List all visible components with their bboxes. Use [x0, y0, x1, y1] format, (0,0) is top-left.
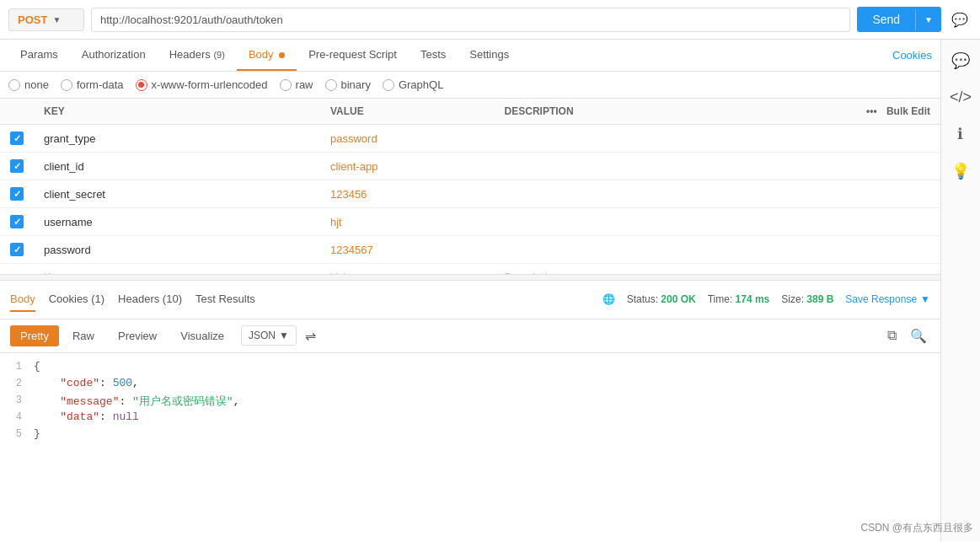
- radio-binary: [325, 79, 337, 91]
- desc-cell-3[interactable]: [495, 180, 724, 208]
- body-type-binary[interactable]: binary: [325, 78, 371, 91]
- desc-cell-5[interactable]: [495, 236, 724, 264]
- key-cell-3[interactable]: client_secret: [34, 180, 320, 208]
- tab-body[interactable]: Body: [237, 40, 297, 71]
- action-cell-2: [724, 153, 940, 180]
- row-checkbox-3[interactable]: [10, 187, 24, 201]
- key-cell-2[interactable]: client_id: [34, 153, 320, 180]
- value-cell-2[interactable]: client-app: [320, 153, 495, 180]
- code-editor[interactable]: 1 { 2 "code": 500, 3 "message": "用户名或密码错…: [0, 353, 940, 542]
- method-dropdown[interactable]: POST ▼: [8, 8, 84, 31]
- nav-tabs: Params Authorization Headers (9) Body Pr…: [0, 40, 940, 72]
- col-description: DESCRIPTION: [495, 99, 724, 125]
- row-checkbox-5[interactable]: [10, 243, 24, 256]
- code-line-4: 4 "data": null: [0, 411, 940, 427]
- response-tab-cookies[interactable]: Cookies (1): [49, 287, 104, 312]
- radio-form-data: [61, 79, 72, 91]
- desc-cell-2[interactable]: [495, 153, 724, 180]
- radio-urlencoded: [136, 79, 147, 91]
- headers-badge: (9): [213, 50, 224, 60]
- body-type-raw[interactable]: raw: [280, 78, 313, 91]
- body-type-urlencoded[interactable]: x-www-form-urlencoded: [136, 78, 268, 91]
- code-line-3: 3 "message": "用户名或密码错误",: [0, 394, 940, 411]
- send-dropdown-arrow[interactable]: ▼: [915, 9, 941, 30]
- info-icon[interactable]: ℹ: [954, 121, 967, 147]
- empty-key[interactable]: Key: [34, 264, 320, 274]
- format-dropdown[interactable]: JSON ▼: [241, 325, 297, 346]
- more-options-icon[interactable]: •••: [866, 105, 877, 117]
- search-icon[interactable]: 🔍: [907, 325, 930, 347]
- lightbulb-icon[interactable]: 💡: [948, 158, 973, 184]
- method-label: POST: [18, 13, 47, 26]
- view-tab-pretty[interactable]: Pretty: [10, 325, 59, 346]
- desc-cell-1[interactable]: [495, 125, 724, 153]
- response-tab-test-results[interactable]: Test Results: [195, 287, 255, 312]
- messages-icon[interactable]: 💬: [948, 48, 973, 73]
- table-row: password 1234567: [0, 236, 940, 264]
- params-table: KEY VALUE DESCRIPTION ••• Bulk Edit: [0, 99, 940, 274]
- code-line-2: 2 "code": 500,: [0, 377, 940, 394]
- copy-icon[interactable]: ⧉: [884, 325, 900, 347]
- bulk-edit-button[interactable]: Bulk Edit: [886, 105, 930, 117]
- row-checkbox-4[interactable]: [10, 215, 24, 228]
- view-tab-raw[interactable]: Raw: [62, 325, 104, 346]
- value-cell-4[interactable]: hjt: [320, 208, 495, 236]
- save-response-button[interactable]: Save Response ▼: [845, 293, 930, 305]
- code-slash-icon[interactable]: </>: [946, 85, 975, 110]
- body-type-form-data[interactable]: form-data: [61, 78, 124, 91]
- response-status: 🌐 Status: 200 OK Time: 174 ms Size: 389 …: [602, 293, 930, 305]
- body-type-graphql[interactable]: GraphQL: [383, 78, 443, 91]
- code-line-1: 1 {: [0, 360, 940, 377]
- view-tab-preview[interactable]: Preview: [108, 325, 167, 346]
- tab-pre-request[interactable]: Pre-request Script: [297, 40, 409, 71]
- response-tab-headers[interactable]: Headers (10): [118, 287, 182, 312]
- time-text: Time: 174 ms: [708, 293, 770, 305]
- cookies-link[interactable]: Cookies: [892, 49, 932, 62]
- key-cell-1[interactable]: grant_type: [34, 125, 320, 153]
- key-cell-4[interactable]: username: [34, 208, 320, 236]
- url-input[interactable]: [91, 8, 850, 32]
- action-cell-1: [724, 125, 940, 153]
- watermark: CSDN @有点东西且很多: [860, 521, 973, 535]
- wrap-icon[interactable]: ⇌: [305, 328, 316, 344]
- empty-value[interactable]: Value: [320, 264, 495, 274]
- tab-params[interactable]: Params: [8, 40, 70, 71]
- status-text: Status: 200 OK: [627, 293, 696, 305]
- comment-icon[interactable]: 💬: [948, 8, 972, 31]
- value-cell-3[interactable]: 123456: [320, 180, 495, 208]
- radio-raw: [280, 79, 292, 91]
- row-checkbox-1[interactable]: [10, 131, 24, 145]
- row-checkbox-2[interactable]: [10, 159, 24, 173]
- section-divider: [0, 274, 940, 281]
- view-tab-visualize[interactable]: Visualize: [170, 325, 234, 346]
- body-dot: [279, 52, 285, 58]
- right-sidebar: 💬 </> ℹ 💡: [940, 40, 980, 541]
- tab-headers[interactable]: Headers (9): [158, 40, 237, 71]
- tab-authorization[interactable]: Authorization: [70, 40, 158, 71]
- table-row: username hjt: [0, 208, 940, 236]
- value-cell-5[interactable]: 1234567: [320, 236, 495, 264]
- body-type-none[interactable]: none: [8, 78, 49, 91]
- empty-description[interactable]: Description: [495, 264, 724, 274]
- value-cell-1[interactable]: password: [320, 125, 495, 153]
- send-button-label: Send: [857, 7, 915, 32]
- format-chevron: ▼: [279, 330, 289, 341]
- response-tab-body[interactable]: Body: [10, 287, 35, 312]
- save-response-chevron: ▼: [920, 293, 930, 305]
- view-tabs: Pretty Raw Preview Visualize JSON ▼ ⇌ ⧉ …: [0, 319, 940, 353]
- empty-row: Key Value Description: [0, 264, 940, 274]
- code-line-5: 5 }: [0, 427, 940, 444]
- col-key: KEY: [34, 99, 320, 125]
- size-text: Size: 389 B: [781, 293, 833, 305]
- table-row: client_secret 123456: [0, 180, 940, 208]
- tab-tests[interactable]: Tests: [409, 40, 458, 71]
- chevron-down-icon: ▼: [52, 15, 61, 24]
- col-checkbox: [0, 99, 34, 125]
- table-row: grant_type password: [0, 125, 940, 153]
- desc-cell-4[interactable]: [495, 208, 724, 236]
- action-cell-4: [724, 208, 940, 236]
- globe-icon: 🌐: [602, 293, 615, 305]
- tab-settings[interactable]: Settings: [458, 40, 521, 71]
- key-cell-5[interactable]: password: [34, 236, 320, 264]
- send-button[interactable]: Send ▼: [857, 7, 941, 32]
